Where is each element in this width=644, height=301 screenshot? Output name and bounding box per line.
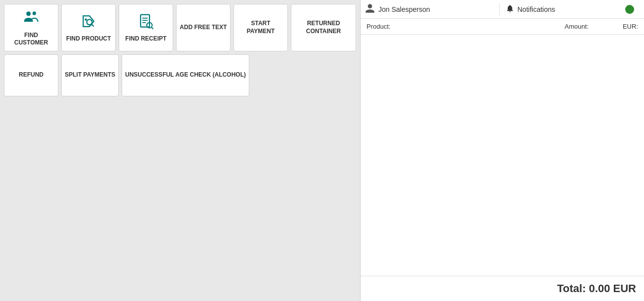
total-label: Total: 0.00 EUR — [557, 282, 636, 295]
start-payment-button[interactable]: START PAYMENT — [233, 4, 288, 51]
unsuccessful-age-check-button[interactable]: UNSUCCESSFUL AGE CHECK (ALCOHOL) — [122, 54, 249, 96]
header-bar: Jon Salesperson Notifications — [361, 0, 644, 19]
total-bar: Total: 0.00 EUR — [361, 276, 644, 301]
split-payments-label: SPLIT PAYMENTS — [65, 71, 115, 79]
find-product-label: FIND PRODUCT — [66, 35, 111, 43]
add-free-text-label: ADD FREE TEXT — [180, 24, 227, 32]
user-section: Jon Salesperson — [365, 3, 500, 16]
find-product-icon — [80, 12, 97, 33]
refund-label: REFUND — [19, 71, 44, 79]
column-headers: Product: Amount: EUR: — [361, 19, 644, 35]
find-receipt-label: FIND RECEIPT — [125, 35, 166, 43]
user-icon — [365, 3, 375, 16]
button-row-1: FIND CUSTOMER FIND PRODUCT — [4, 4, 356, 51]
product-column-header: Product: — [367, 23, 539, 30]
bell-icon — [506, 4, 514, 15]
svg-point-2 — [85, 18, 87, 21]
button-row-2: REFUND SPLIT PAYMENTS UNSUCCESSFUL AGE C… — [4, 54, 356, 96]
amount-column-header: Amount: — [539, 23, 598, 30]
split-payments-button[interactable]: SPLIT PAYMENTS — [61, 54, 119, 96]
unsuccessful-age-check-label: UNSUCCESSFUL AGE CHECK (ALCOHOL) — [125, 71, 246, 79]
find-customer-icon — [22, 8, 40, 29]
find-customer-label: FIND CUSTOMER — [7, 32, 55, 47]
svg-line-10 — [151, 27, 153, 29]
left-panel: FIND CUSTOMER FIND PRODUCT — [0, 0, 360, 301]
receipt-area — [361, 35, 644, 276]
returned-container-label: RETURNED CONTAINER — [294, 20, 353, 35]
add-free-text-button[interactable]: ADD FREE TEXT — [176, 4, 230, 51]
find-product-button[interactable]: FIND PRODUCT — [61, 4, 116, 51]
svg-point-1 — [33, 11, 36, 15]
returned-container-button[interactable]: RETURNED CONTAINER — [291, 4, 356, 51]
svg-line-4 — [92, 24, 93, 26]
find-receipt-button[interactable]: FIND RECEIPT — [119, 4, 173, 51]
status-indicator — [625, 5, 634, 14]
find-customer-button[interactable]: FIND CUSTOMER — [4, 4, 58, 51]
notifications-label: Notifications — [517, 5, 555, 13]
eur-column-header: EUR: — [598, 23, 638, 30]
find-receipt-icon — [137, 12, 155, 33]
right-panel: Jon Salesperson Notifications Product: A… — [360, 0, 644, 301]
refund-button[interactable]: REFUND — [4, 54, 58, 96]
notifications-section: Notifications — [500, 4, 640, 15]
start-payment-label: START PAYMENT — [237, 20, 284, 35]
svg-point-0 — [26, 11, 31, 16]
user-name-label: Jon Salesperson — [378, 5, 430, 13]
